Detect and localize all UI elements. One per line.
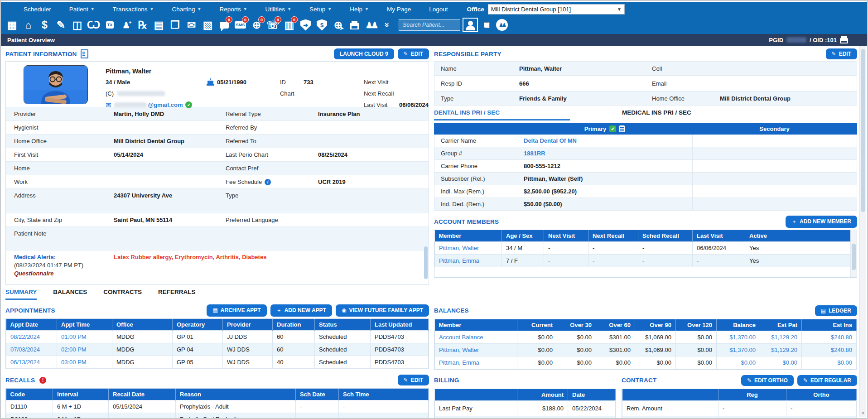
search-patient-input[interactable] [399, 19, 460, 31]
appt-time-link[interactable]: 03:00 PM [57, 356, 112, 369]
tx-plans-icon[interactable]: TX [102, 18, 117, 32]
balance-amount-link[interactable]: $0.00 [717, 356, 760, 369]
messages-icon[interactable]: 0 [217, 18, 231, 32]
est-ins-link[interactable]: $240.80 [802, 331, 857, 343]
print-icon[interactable] [347, 18, 362, 32]
column-header[interactable]: Over 90 [635, 319, 676, 331]
medical-alerts-label[interactable]: Medical Alerts: [14, 254, 114, 260]
medical-alerts-source[interactable]: Questionnaire [14, 270, 114, 277]
menu-utilities[interactable]: Utilities▼ [256, 6, 300, 13]
tab-summary[interactable]: SUMMARY [5, 289, 37, 300]
est-ins-link[interactable]: $240.80 [802, 343, 857, 356]
online-booking-icon[interactable]: ⊕➤ [331, 18, 346, 32]
tab-dental-ins[interactable]: DENTAL INS PRI / SEC [434, 109, 570, 120]
add-patient-icon[interactable]: ♟＋ [119, 18, 134, 32]
column-header[interactable]: Status [315, 319, 371, 331]
menu-charting[interactable]: Charting▼ [163, 6, 210, 13]
member-name-link[interactable]: Pittman, Walter [435, 242, 502, 255]
edit-recalls-button[interactable]: ✎EDIT [398, 375, 429, 385]
column-header[interactable]: Date [568, 389, 616, 401]
column-header[interactable]: Reg [719, 389, 786, 401]
members-scrollbar[interactable] [850, 230, 857, 277]
est-pat-link[interactable]: $1,129.20 [760, 343, 802, 356]
column-header[interactable]: Current [517, 319, 557, 331]
appt-time-link[interactable]: 01:00 PM [57, 331, 112, 343]
column-header[interactable]: Last Visit [693, 230, 745, 242]
menu-patient[interactable]: Patient▼ [60, 6, 104, 13]
carrier-name-link[interactable]: Delta Dental Of MN [518, 135, 692, 147]
balance-member-link[interactable]: Pittman, Walter [435, 343, 517, 356]
reports-due-icon[interactable]: ▥0 [282, 18, 297, 32]
column-header[interactable]: Office [112, 319, 173, 331]
balance-amount-link[interactable]: $1,370.00 [717, 331, 760, 343]
edit-regular-button[interactable]: ✎EDIT REGULAR [797, 375, 857, 386]
family-search-icon[interactable]: ♟♟ [496, 19, 508, 31]
call-back-icon[interactable]: ☏0 [265, 18, 280, 32]
column-header[interactable]: Provider [223, 319, 273, 331]
est-pat-link[interactable]: $1,129.20 [760, 331, 802, 343]
column-header[interactable]: Next Recall [588, 230, 638, 242]
add-new-appt-button[interactable]: ＋ADD NEW APPT [270, 304, 332, 317]
menu-logout[interactable]: Logout [420, 6, 457, 13]
panel-scrollbar-thumb[interactable] [424, 246, 428, 279]
column-header[interactable]: Over 30 [557, 319, 596, 331]
archive-appt-button[interactable]: ▦ARCHIVE APPT [207, 304, 266, 317]
est-pat-link[interactable]: $0.00 [760, 356, 802, 369]
tab-medical-ins[interactable]: MEDICAL INS PRI / SEC [622, 109, 691, 119]
home-icon[interactable]: ⌂ [21, 18, 36, 32]
column-header[interactable]: Active [745, 230, 851, 242]
family-icon[interactable]: ♟♟ [363, 18, 378, 32]
column-header[interactable]: Sched Recall [638, 230, 693, 242]
appt-date-link[interactable]: 06/13/2024 [6, 356, 57, 369]
menu-my-page[interactable]: My Page [378, 6, 420, 13]
info-icon[interactable]: i [265, 179, 271, 185]
column-header[interactable]: Sch Time [339, 389, 429, 400]
insurance-doc-icon[interactable] [619, 125, 625, 132]
balance-member-link[interactable]: Account Balance [435, 331, 517, 343]
menu-setup[interactable]: Setup▼ [300, 6, 341, 13]
appt-time-link[interactable]: 02:00 PM [57, 343, 112, 356]
column-header[interactable]: Reason [176, 389, 296, 400]
page-scrollbar[interactable]: ▼ [859, 46, 866, 417]
edit-responsible-party-button[interactable]: ✎EDIT [826, 48, 857, 59]
office-select-dropdown[interactable]: Mill District Dental Group [101] ▼ [488, 4, 625, 14]
launch-cloud9-button[interactable]: LAUNCH CLOUD 9 [334, 48, 394, 59]
web-activity-icon[interactable]: ⊕0 [249, 18, 264, 32]
verified-check-icon[interactable]: ✔ [609, 125, 616, 132]
column-header[interactable]: Last Updated [371, 319, 429, 331]
column-header[interactable]: Appt Time [57, 319, 112, 331]
menu-transactions[interactable]: Transactions▼ [104, 6, 163, 13]
column-header[interactable]: Amount [517, 389, 568, 401]
prescriptions-icon[interactable]: ℞ [135, 18, 150, 32]
column-header[interactable]: Duration [273, 319, 315, 331]
column-header[interactable]: Next Visit [544, 230, 588, 242]
column-header[interactable]: Over 120 [676, 319, 717, 331]
edit-ortho-button[interactable]: ✎EDIT ORTHO [741, 375, 794, 386]
column-header[interactable]: Interval [53, 389, 109, 400]
member-name-link[interactable]: Pittman, Emma [435, 255, 502, 267]
patient-info-doc-icon[interactable] [81, 49, 88, 58]
add-new-member-button[interactable]: ＋ADD NEW MEMBER [786, 216, 857, 228]
sms-icon[interactable]: SMS0 [233, 18, 248, 32]
column-header[interactable]: Appt Date [6, 319, 57, 331]
edit-patient-button[interactable]: ✎EDIT [398, 48, 429, 59]
column-header[interactable]: Member [435, 319, 517, 331]
collections-icon[interactable]: $ [314, 18, 329, 32]
search-filter-checkbox[interactable] [484, 22, 490, 28]
column-header[interactable]: Est Pat [760, 319, 802, 331]
page-scrollbar-thumb[interactable] [861, 49, 865, 212]
referrals-icon[interactable]: ➜ [298, 18, 313, 32]
column-header[interactable]: Operatory [173, 319, 223, 331]
appt-date-link[interactable]: 08/22/2024 [6, 331, 57, 343]
balance-amount-link[interactable]: $1,370.00 [717, 343, 760, 356]
patient-search-button[interactable] [463, 18, 478, 32]
column-header[interactable]: Recall Date [109, 389, 176, 400]
group-number-link[interactable]: 1881RR [518, 147, 692, 159]
schedule-icon[interactable]: ▦ [5, 18, 19, 32]
column-header[interactable]: Sch Date [296, 389, 339, 400]
documents-icon[interactable]: ❐ [168, 18, 183, 32]
patient-photo[interactable] [24, 65, 88, 104]
payments-icon[interactable]: $ [37, 18, 52, 32]
forms-icon[interactable]: ▧ [200, 18, 215, 32]
collapse-toolbar-icon[interactable]: » [380, 18, 395, 33]
